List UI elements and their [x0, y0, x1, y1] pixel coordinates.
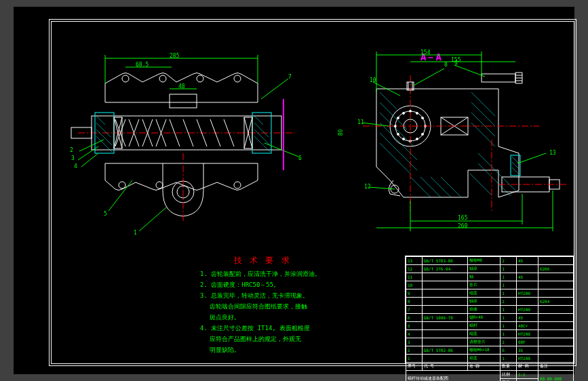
svg-line-100	[517, 153, 546, 163]
svg-point-77	[397, 117, 399, 119]
svg-line-33	[109, 180, 132, 211]
table-row: 7箱体1HT200	[406, 306, 574, 314]
dim-r80: 80	[338, 129, 344, 136]
tech-line4: 齿轮啮合间隙应符合图纸要求，接触	[200, 301, 349, 312]
svg-line-98	[363, 123, 389, 126]
table-row: 1箱盖1HT200	[406, 355, 574, 363]
dim-68: 68.5	[136, 62, 149, 68]
svg-line-92	[512, 167, 519, 174]
tech-line2: 2. 齿面硬度：HRC50～55。	[200, 279, 349, 290]
balloon-2: 2	[70, 147, 73, 153]
svg-line-60	[410, 177, 431, 197]
table-row: 11轴145	[406, 273, 574, 281]
dim-285: 285	[170, 53, 179, 59]
svg-point-2	[197, 75, 203, 82]
svg-line-63	[441, 177, 461, 197]
svg-point-3	[234, 75, 241, 82]
svg-point-75	[397, 134, 399, 136]
svg-line-47	[380, 92, 397, 109]
svg-line-34	[139, 207, 166, 231]
balloon-3: 3	[71, 155, 75, 161]
svg-point-71	[422, 134, 424, 136]
svg-line-55	[471, 113, 495, 136]
table-row: 3调整垫片208F	[406, 338, 574, 346]
table-row: 13GB/T 5783-86螺栓M8245	[406, 257, 574, 265]
svg-point-68	[416, 113, 418, 115]
svg-line-54	[471, 102, 495, 126]
dim-r260: 260	[458, 223, 467, 229]
dim-48: 48	[178, 83, 185, 89]
parts-header: 序号 代 号 名 称 数量 材 料 备注	[406, 363, 574, 371]
balloon-13: 13	[549, 150, 556, 156]
svg-point-25	[156, 182, 163, 188]
tech-line8: 明显缺陷。	[200, 344, 349, 355]
svg-line-14	[254, 116, 263, 125]
parts-list: 13GB/T 5783-86螺栓M824512GB/T 276-94轴承1620…	[406, 256, 574, 381]
table-row: 4端盖1HT200	[406, 330, 574, 338]
tech-line3: 3. 总装完毕，转动灵活，无卡滞现象。	[200, 290, 349, 301]
balloon-1: 1	[134, 230, 137, 236]
table-row: 5蜗杆140Cr	[406, 322, 574, 330]
svg-line-11	[96, 123, 111, 137]
balloon-8: 8	[444, 62, 448, 68]
table-row: 12GB/T 276-94轴承16206	[406, 265, 574, 273]
balloon-9: 9	[454, 60, 458, 66]
title-block: 13GB/T 5783-86螺栓M824512GB/T 276-94轴承1620…	[405, 256, 574, 364]
svg-line-90	[512, 157, 519, 163]
svg-line-10	[96, 116, 105, 125]
svg-point-26	[234, 182, 241, 188]
tech-line1: 1. 齿轮装配前，应清洗干净，并涂润滑油。	[200, 268, 349, 279]
svg-line-57	[478, 153, 515, 190]
balloon-10: 10	[370, 77, 376, 83]
svg-line-61	[420, 177, 441, 197]
tech-title: 技 术 要 求	[234, 255, 291, 266]
cad-canvas: 285 68.5 48 4 3 2 5 1 7 6 A－A	[14, 7, 574, 374]
svg-line-30	[81, 153, 98, 167]
svg-point-69	[422, 117, 424, 119]
balloon-5: 5	[104, 211, 107, 217]
dim-r154: 154	[420, 49, 430, 56]
svg-line-12	[96, 129, 112, 145]
balloon-12: 12	[364, 184, 371, 190]
svg-line-52	[380, 143, 410, 174]
table-row: 6GB/T 1096-79键8×40145	[406, 314, 574, 322]
left-view	[58, 35, 329, 238]
svg-point-0	[122, 75, 129, 82]
svg-point-74	[403, 138, 405, 140]
balloon-11: 11	[357, 119, 364, 125]
svg-point-1	[159, 75, 166, 82]
svg-line-53	[471, 92, 495, 116]
dwg-no: 00-00-000	[538, 371, 573, 382]
table-row: 2GB/T 5782-86螺栓M6×18635	[406, 346, 574, 355]
svg-point-72	[416, 138, 418, 140]
tech-body: 1. 齿轮装配前，应清洗干净，并涂润滑油。 2. 齿面硬度：HRC50～55。 …	[200, 268, 349, 355]
balloon-7: 7	[288, 74, 292, 80]
tech-line6: 4. 未注尺寸公差按 IT14, 表面粗糙度	[200, 323, 349, 334]
tech-line7: 应符合产品图样上的规定，外观无	[200, 334, 349, 344]
svg-line-35	[261, 79, 288, 99]
svg-line-58	[478, 163, 511, 196]
balloon-6: 6	[298, 155, 302, 161]
svg-point-78	[403, 113, 405, 115]
svg-line-59	[470, 174, 492, 195]
tech-line5: 斑点良好。	[200, 312, 349, 323]
drawing-area: 285 68.5 48 4 3 2 5 1 7 6 A－A	[51, 21, 574, 364]
table-row: 10垫片1	[406, 281, 574, 289]
project-name: 蜗杆传动减速器装配图	[406, 371, 501, 382]
svg-line-96	[414, 68, 444, 85]
table-row: 9端盖1HT200	[406, 289, 574, 298]
svg-point-24	[119, 182, 125, 188]
dim-r165: 165	[458, 215, 467, 221]
svg-line-16	[254, 129, 270, 145]
svg-line-62	[431, 177, 451, 197]
svg-line-15	[254, 123, 269, 137]
svg-line-101	[454, 65, 485, 77]
table-row: 8轴承26204	[406, 298, 574, 306]
svg-line-51	[380, 133, 417, 170]
balloon-4: 4	[74, 163, 77, 169]
svg-rect-4	[170, 94, 197, 108]
svg-rect-43	[482, 74, 515, 82]
